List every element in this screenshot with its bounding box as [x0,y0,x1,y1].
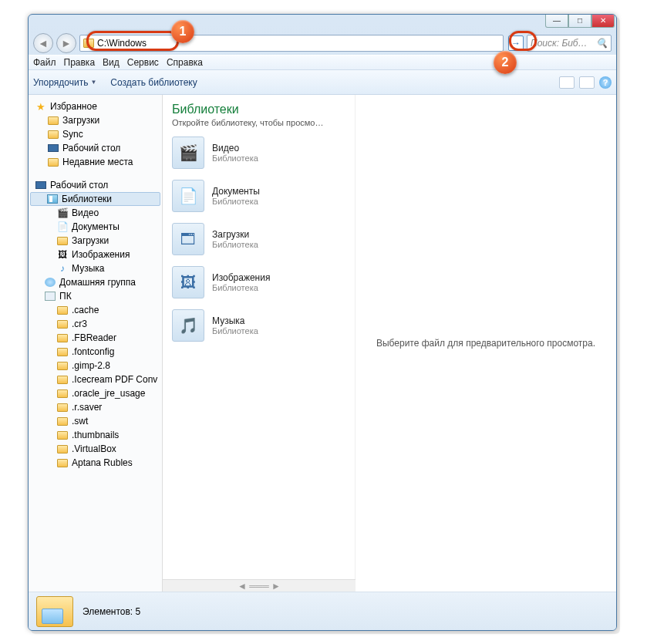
sidebar-item-downloads2[interactable]: Загрузки [29,234,162,248]
sidebar-item-documents[interactable]: 📄Документы [29,220,162,234]
desktop-icon [48,144,59,152]
sidebar-item-desktop[interactable]: Рабочий стол [29,141,162,155]
folder-icon [57,306,68,315]
sidebar-favorites[interactable]: ★Избранное [29,99,162,113]
download-icon: 🗔 [172,223,204,255]
content-title: Библиотеки [172,103,345,116]
sidebar-folder[interactable]: .fontconfig [29,345,162,359]
folder-icon [57,445,68,453]
sidebar-libraries[interactable]: Библиотеки [30,192,160,206]
homegroup-icon [45,278,56,287]
sidebar-folder[interactable]: .gimp-2.8 [29,359,162,373]
library-item[interactable]: 🎬ВидеоБиблиотека [172,137,345,169]
picture-icon: 🖼 [172,266,204,298]
picture-icon: 🖼 [56,249,69,260]
sidebar-folder[interactable]: Aptana Rubles [29,456,162,470]
annotation-callout-2: 2 [494,51,517,74]
library-large-icon [36,596,73,627]
folder-icon [57,237,68,245]
status-bar: Элементов: 5 [29,592,616,630]
star-icon: ★ [35,101,47,112]
titlebar: — □ ✕ [29,15,616,32]
library-icon [47,194,58,204]
item-count: Элементов: 5 [83,606,140,617]
document-icon: 📄 [172,180,204,212]
sidebar-item-music[interactable]: ♪Музыка [29,261,162,275]
annotation-ring-1 [86,31,179,51]
chevron-down-icon: ▼ [90,79,96,86]
search-placeholder: Поиск: Биб… [531,38,588,49]
sidebar-desktop[interactable]: Рабочий стол [29,178,162,192]
forward-button[interactable]: ► [56,33,76,53]
folder-icon [57,459,68,467]
menu-edit[interactable]: Правка [64,57,96,68]
horizontal-scrollbar[interactable]: ◄ ═══ ► [163,579,356,592]
video-icon: 🎬 [172,137,204,169]
folder-icon [57,403,68,412]
folder-icon [48,158,59,167]
help-button[interactable]: ? [599,76,612,89]
preview-pane: Выберите файл для предварительного просм… [356,95,616,592]
view-options-button[interactable] [559,76,575,89]
desktop-icon [35,181,46,189]
menu-help[interactable]: Справка [167,57,203,68]
music-icon: 🎵 [172,309,204,342]
sidebar-folder[interactable]: .cr3 [29,317,162,331]
sidebar-folder[interactable]: .FBReader [29,331,162,345]
search-box[interactable]: Поиск: Биб… 🔍 [527,35,612,52]
content-area: Библиотеки Откройте библиотеку, чтобы пр… [163,95,616,592]
folder-icon [57,376,68,384]
organize-button[interactable]: Упорядочить▼ [33,77,96,88]
sidebar-pc[interactable]: ПК [29,289,162,303]
sidebar-folder[interactable]: .Icecream PDF Conv [29,373,162,386]
folder-icon [57,348,68,356]
library-item[interactable]: 📄ДокументыБиблиотека [172,180,345,212]
toolbar: Упорядочить▼ Создать библиотеку ? [29,70,616,95]
library-list: Библиотеки Откройте библиотеку, чтобы пр… [163,95,356,579]
sidebar-item-downloads[interactable]: Загрузки [29,113,162,127]
folder-icon [57,431,68,440]
sidebar-item-pictures[interactable]: 🖼Изображения [29,248,162,261]
minimize-button[interactable]: — [545,14,568,28]
back-button[interactable]: ◄ [33,33,53,53]
explorer-window: — □ ✕ ◄ ► → Поиск: Биб… 🔍 Файл Правка Ви… [28,14,617,631]
video-icon: 🎬 [56,207,69,218]
preview-pane-button[interactable] [579,76,595,89]
sidebar-item-sync[interactable]: Sync [29,127,162,141]
computer-icon [45,292,56,301]
music-icon: ♪ [56,263,69,274]
menu-tools[interactable]: Сервис [127,57,159,68]
sidebar-folder[interactable]: .r.saver [29,400,162,414]
create-library-button[interactable]: Создать библиотеку [110,77,197,88]
sidebar-homegroup[interactable]: Домашняя группа [29,275,162,289]
sidebar-folder[interactable]: .oracle_jre_usage [29,386,162,400]
sidebar-item-video[interactable]: 🎬Видео [29,206,162,220]
content-subtitle: Откройте библиотеку, чтобы просмо… [172,118,345,127]
folder-icon [48,130,59,139]
menu-bar: Файл Правка Вид Сервис Справка [29,55,616,70]
library-item[interactable]: 🖼ИзображенияБиблиотека [172,266,345,298]
sidebar-folder[interactable]: .cache [29,303,162,317]
document-icon: 📄 [56,221,69,232]
sidebar-folder[interactable]: .swt [29,414,162,428]
folder-icon [48,116,59,125]
folder-icon [57,417,68,426]
folder-icon [57,334,68,342]
sidebar-item-recent[interactable]: Недавние места [29,155,162,169]
folder-icon [57,362,68,370]
menu-file[interactable]: Файл [33,57,56,68]
sidebar-folder[interactable]: .VirtualBox [29,442,162,456]
maximize-button[interactable]: □ [568,14,591,28]
folder-icon [57,389,68,398]
library-item[interactable]: 🎵МузыкаБиблиотека [172,309,345,342]
annotation-ring-2 [509,31,537,51]
close-button[interactable]: ✕ [591,14,615,28]
sidebar-folder[interactable]: .thumbnails [29,428,162,442]
menu-view[interactable]: Вид [103,57,120,68]
navigation-pane[interactable]: ★Избранное Загрузки Sync Рабочий стол Не… [29,95,163,592]
search-icon: 🔍 [596,38,608,49]
annotation-callout-1: 1 [171,20,194,43]
folder-icon [57,320,68,329]
library-item[interactable]: 🗔ЗагрузкиБиблиотека [172,223,345,255]
